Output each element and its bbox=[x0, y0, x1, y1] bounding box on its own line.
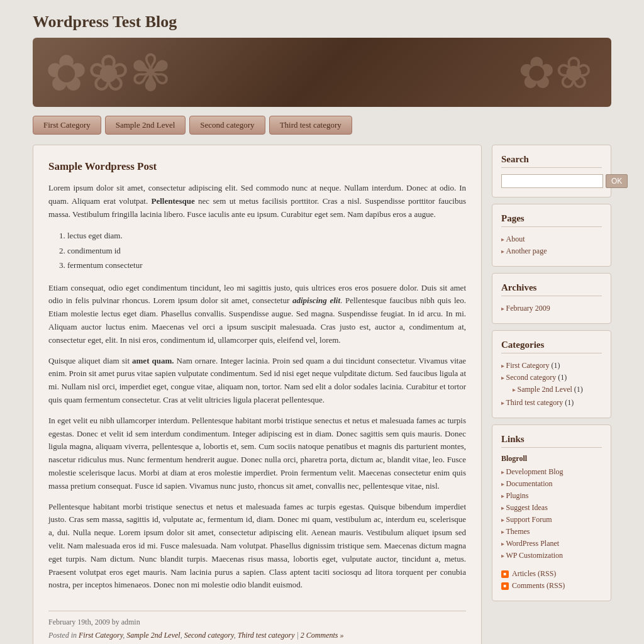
page-about: About bbox=[501, 233, 602, 245]
sidebar-archives-box: Archives February 2009 bbox=[492, 273, 611, 324]
rss-articles-link[interactable]: Articles (RSS) bbox=[512, 569, 556, 579]
blogroll-list: Development Blog Documentation Plugins S… bbox=[501, 466, 602, 562]
cat-second-sublist: Sample 2nd Level (1) bbox=[501, 384, 602, 396]
post-date: February 19th, 2009 bbox=[48, 618, 110, 626]
link-documentation: Documentation bbox=[501, 478, 602, 490]
link-themes: Themes bbox=[501, 526, 602, 538]
pages-list: About Another page bbox=[501, 233, 602, 257]
pages-title: Pages bbox=[501, 213, 602, 227]
post-categories: Posted in First Category, Sample 2nd Lev… bbox=[48, 631, 466, 640]
main-content: Sample Wordpress Post Lorem ipsum dolor … bbox=[33, 145, 482, 644]
nav-third-test-category[interactable]: Third test category bbox=[269, 116, 352, 135]
search-input[interactable] bbox=[501, 174, 603, 188]
posted-in-label: Posted in bbox=[48, 631, 77, 640]
categories-title: Categories bbox=[501, 340, 602, 353]
cat-third-link[interactable]: Third test category bbox=[506, 398, 564, 407]
sidebar: Search OK Pages About Another page Archi… bbox=[492, 145, 611, 608]
link-documentation-link[interactable]: Documentation bbox=[506, 479, 553, 488]
post-para-2: Etiam consequat, odio eget condimentum t… bbox=[48, 282, 466, 347]
flower-left-decoration: ✿❀✾ bbox=[45, 44, 172, 103]
link-wp-planet-link[interactable]: WordPress Planet bbox=[506, 539, 560, 548]
category-link-sample[interactable]: Sample 2nd Level bbox=[126, 631, 180, 640]
post-para-4: In eget velit eu nibh ullamcorper interd… bbox=[48, 414, 466, 493]
post-para-3: Quisque aliquet diam sit amet quam. Nam … bbox=[48, 355, 466, 407]
page-about-link[interactable]: About bbox=[506, 235, 525, 243]
link-wp-customization-link[interactable]: WP Customization bbox=[506, 551, 564, 560]
cat-first-count: (1) bbox=[552, 361, 560, 370]
category-link-first[interactable]: First Category bbox=[79, 631, 123, 640]
cat-second-count: (1) bbox=[558, 373, 567, 382]
link-dev-blog: Development Blog bbox=[501, 466, 602, 478]
link-wp-customization: WP Customization bbox=[501, 550, 602, 562]
rss-comments: ■ Comments (RSS) bbox=[501, 580, 602, 592]
rss-articles: ■ Articles (RSS) bbox=[501, 568, 602, 580]
nav-sample-2nd-level[interactable]: Sample 2nd Level bbox=[105, 116, 186, 135]
cat-second-link[interactable]: Second category bbox=[506, 373, 557, 382]
link-plugins-link[interactable]: Plugins bbox=[506, 491, 529, 500]
search-title: Search bbox=[501, 154, 602, 168]
nav-bar: First Category Sample 2nd Level Second c… bbox=[33, 116, 611, 135]
rss-comments-link[interactable]: Comments (RSS) bbox=[512, 581, 565, 591]
link-wp-planet: WordPress Planet bbox=[501, 538, 602, 550]
archive-feb-2009: February 2009 bbox=[501, 303, 602, 314]
link-dev-blog-link[interactable]: Development Blog bbox=[506, 467, 564, 476]
nav-second-category[interactable]: Second category bbox=[189, 116, 265, 135]
post-para-5: Pellentesque habitant morbi tristique se… bbox=[48, 501, 466, 592]
post-author: admin bbox=[121, 618, 140, 626]
post-title: Sample Wordpress Post bbox=[48, 160, 466, 173]
blogroll-title: Blogroll bbox=[501, 454, 602, 464]
list-item: fermentum consectetur bbox=[67, 258, 466, 272]
search-button[interactable]: OK bbox=[606, 174, 628, 188]
archives-list: February 2009 bbox=[501, 303, 602, 314]
rss-articles-icon: ■ bbox=[501, 570, 509, 578]
rss-comments-icon: ■ bbox=[501, 582, 509, 590]
link-plugins: Plugins bbox=[501, 490, 602, 502]
search-row: OK bbox=[501, 174, 602, 188]
sidebar-links-box: Links Blogroll Development Blog Document… bbox=[492, 425, 611, 601]
cat-second: Second category (1) Sample 2nd Level (1) bbox=[501, 372, 602, 397]
post-para-1: Lorem ipsum dolor sit amet, consectetur … bbox=[48, 182, 466, 221]
link-suggest-ideas: Suggest Ideas bbox=[501, 502, 602, 514]
link-themes-link[interactable]: Themes bbox=[506, 527, 530, 536]
cat-sample-2nd: Sample 2nd Level (1) bbox=[513, 384, 602, 396]
list-item: condimentum id bbox=[67, 243, 466, 258]
sidebar-categories-box: Categories First Category (1) Second cat… bbox=[492, 330, 611, 418]
post-body: Lorem ipsum dolor sit amet, consectetur … bbox=[48, 182, 466, 592]
cat-sample-2nd-count: (1) bbox=[574, 385, 583, 394]
list-item: lectus eget diam. bbox=[67, 228, 466, 243]
nav-first-category[interactable]: First Category bbox=[33, 116, 101, 135]
archive-feb-2009-link[interactable]: February 2009 bbox=[506, 304, 550, 313]
link-support-forum-link[interactable]: Support Forum bbox=[506, 515, 552, 524]
page-another-link[interactable]: Another page bbox=[506, 247, 547, 255]
rss-feeds: ■ Articles (RSS) ■ Comments (RSS) bbox=[501, 568, 602, 592]
site-title: Wordpress Test Blog bbox=[33, 13, 611, 31]
category-link-second[interactable]: Second category bbox=[184, 631, 234, 640]
link-support-forum: Support Forum bbox=[501, 514, 602, 526]
comments-link[interactable]: 2 Comments » bbox=[301, 631, 344, 640]
post-list: lectus eget diam. condimentum id ferment… bbox=[67, 228, 466, 272]
sidebar-search-box: Search OK bbox=[492, 145, 611, 197]
archives-title: Archives bbox=[501, 282, 602, 296]
cat-sample-2nd-link[interactable]: Sample 2nd Level bbox=[518, 385, 572, 394]
link-suggest-ideas-link[interactable]: Suggest Ideas bbox=[506, 503, 548, 512]
post-footer: February 19th, 2009 by admin Posted in F… bbox=[48, 611, 466, 640]
content-area: Sample Wordpress Post Lorem ipsum dolor … bbox=[33, 145, 611, 644]
cat-third-count: (1) bbox=[565, 398, 574, 407]
cat-first-link[interactable]: First Category bbox=[506, 361, 550, 370]
category-link-third[interactable]: Third test category bbox=[238, 631, 295, 640]
cat-first: First Category (1) bbox=[501, 360, 602, 372]
post-date-author: February 19th, 2009 by admin bbox=[48, 618, 466, 627]
page-another: Another page bbox=[501, 245, 602, 257]
flower-right-decoration: ✿❀ bbox=[518, 47, 592, 99]
cat-third: Third test category (1) bbox=[501, 397, 602, 409]
links-title: Links bbox=[501, 434, 602, 448]
header-banner: ✿❀✾ ✿❀ bbox=[33, 38, 611, 107]
categories-list: First Category (1) Second category (1) S… bbox=[501, 360, 602, 409]
sidebar-pages-box: Pages About Another page bbox=[492, 204, 611, 267]
